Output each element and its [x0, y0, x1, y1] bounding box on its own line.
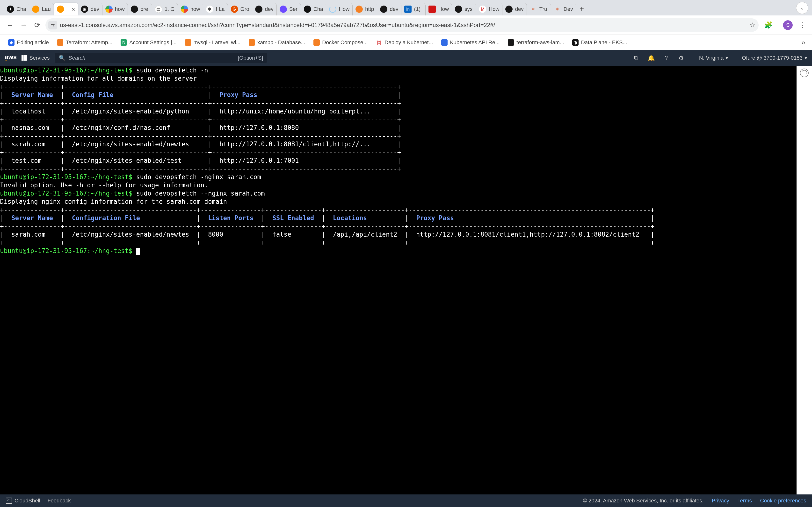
browser-tab[interactable]: How [425, 3, 452, 15]
region-selector[interactable]: N. Virginia ▾ [699, 55, 728, 61]
profile-avatar[interactable]: S [783, 20, 793, 30]
browser-tab[interactable]: Lau [29, 3, 54, 15]
terminal-line: Invalid option. Use -h or --help for usa… [0, 181, 208, 189]
terminal-command: sudo devopsfetch -nginx sarah.com [136, 173, 261, 181]
bookmark-item[interactable]: ◑ Data Plane - EKS... [569, 38, 630, 47]
browser-tab[interactable]: Cha [301, 3, 326, 15]
site-info-icon[interactable]: ⇆ [48, 21, 57, 30]
github-icon [131, 6, 138, 13]
bookmark-item[interactable]: |x| Deploy a Kubernet... [372, 38, 437, 47]
circle-icon: G [231, 6, 238, 13]
table-header: Proxy Pass [219, 91, 257, 99]
browser-tab[interactable]: dev [377, 3, 401, 15]
terminal-scrollbar[interactable] [797, 66, 812, 495]
terminal-output: ubuntu@ip-172-31-95-167:~/hng-test$ sudo… [0, 66, 796, 495]
browser-tab[interactable]: ◉ dev [78, 3, 102, 15]
tab-label: how [115, 6, 125, 12]
tab-label: How [339, 6, 349, 12]
new-tab-button[interactable]: ＋ [576, 2, 587, 15]
terminal-prompt: ubuntu@ip-172-31-95-167:~/hng-test$ [0, 67, 133, 74]
terminal-line: Displaying nginx config information for … [0, 198, 227, 205]
bookmark-icon [441, 39, 448, 46]
bookmark-icon: ◑ [572, 39, 578, 46]
address-bar[interactable]: ⇆ us-east-1.console.aws.amazon.com/ec2-i… [45, 18, 759, 32]
bookmark-item[interactable]: ◆ Editing article [5, 38, 52, 47]
browser-tab-active[interactable]: × [54, 3, 78, 15]
search-placeholder: Search [69, 55, 86, 61]
aws-search-input[interactable]: 🔍 Search [Option+S] [55, 53, 267, 63]
tab-label: (1) [414, 6, 420, 12]
table-row: | sarah.com | /etc/nginx/sites-enabled/n… [0, 231, 654, 238]
bookmark-item[interactable]: Terraform: Attemp... [54, 38, 116, 47]
close-icon[interactable]: × [71, 6, 75, 13]
cookie-preferences-link[interactable]: Cookie preferences [760, 498, 806, 504]
browser-tab[interactable]: ✶ Dev [551, 3, 576, 15]
history-icon[interactable] [800, 68, 809, 77]
browser-tab[interactable]: M How [476, 3, 502, 15]
google-icon [105, 6, 113, 13]
browser-tab[interactable]: http [353, 3, 377, 15]
github-icon [505, 6, 513, 13]
bookmark-item[interactable]: Docker Compose... [310, 38, 371, 47]
browser-tab[interactable]: ✶ Tru [527, 3, 551, 15]
browser-tab[interactable]: Ser [277, 3, 301, 15]
table-border: +---------------+-----------------------… [0, 83, 401, 90]
reload-button[interactable]: ⟳ [32, 20, 43, 31]
feedback-link[interactable]: Feedback [47, 498, 71, 504]
terminal-prompt: ubuntu@ip-172-31-95-167:~/hng-test$ [0, 173, 133, 181]
tab-label: sys [464, 6, 472, 12]
cloudshell-button[interactable]: CloudShell [6, 498, 40, 504]
table-border: +---------------+-----------------------… [0, 239, 654, 246]
bookmark-icon [249, 39, 255, 46]
browser-tab[interactable]: dev [252, 3, 276, 15]
bookmark-item[interactable]: N Account Settings |... [117, 38, 180, 47]
bookmark-item[interactable]: mysql - Laravel wi... [182, 38, 244, 47]
tab-label: Ser [289, 6, 298, 12]
help-icon[interactable]: ？ [662, 54, 670, 62]
bookmark-label: Kubernetes API Re... [450, 39, 500, 46]
bookmark-item[interactable]: terraform-aws-iam... [504, 38, 567, 47]
browser-tab[interactable]: how [102, 3, 128, 15]
terms-link[interactable]: Terms [737, 498, 752, 504]
notifications-icon[interactable]: 🔔 [647, 54, 655, 62]
browser-tab[interactable]: ✱ ! La [203, 3, 228, 15]
browser-toolbar: ← → ⟳ ⇆ us-east-1.console.aws.amazon.com… [0, 15, 812, 35]
account-selector[interactable]: Ofure @ 3700-1779-0153 ▾ [742, 55, 807, 61]
cloudshell-icon [6, 498, 12, 504]
back-button[interactable]: ← [5, 20, 15, 31]
browser-tab[interactable]: ✦ Cha [4, 3, 29, 15]
tab-list-dropdown[interactable]: ⌄ [796, 2, 808, 14]
chevron-down-icon: ▾ [805, 55, 807, 61]
bookmark-item[interactable]: Kubernetes API Re... [438, 38, 503, 47]
browser-tab[interactable]: dev [502, 3, 526, 15]
bookmark-item[interactable]: xampp - Database... [245, 38, 309, 47]
bookmark-label: Account Settings |... [129, 39, 176, 46]
table-header: Locations [333, 214, 367, 222]
services-menu[interactable]: Services [21, 55, 50, 61]
browser-tab[interactable]: how [178, 3, 203, 15]
browser-tab[interactable]: G Gro [228, 3, 253, 15]
browser-tab[interactable]: in (1) [401, 3, 425, 15]
forward-button[interactable]: → [18, 20, 29, 31]
browser-tab[interactable]: pre [128, 3, 152, 15]
site-icon: M [479, 6, 486, 13]
aws-logo[interactable]: aws⌣ [5, 54, 17, 62]
github-icon [455, 6, 462, 13]
slack-icon: ✱ [206, 6, 213, 13]
browser-menu-icon[interactable]: ⋮ [798, 20, 807, 30]
copyright-text: © 2024, Amazon Web Services, Inc. or its… [583, 498, 704, 504]
tab-label: dev [265, 6, 273, 12]
bookmark-star-icon[interactable]: ☆ [750, 21, 756, 29]
extensions-icon[interactable]: 🧩 [763, 20, 773, 30]
bookmark-label: Editing article [17, 39, 49, 46]
settings-gear-icon[interactable]: ⚙ [677, 54, 686, 62]
browser-tab[interactable]: How [326, 3, 353, 15]
privacy-link[interactable]: Privacy [712, 498, 729, 504]
table-row: | localhost | /etc/nginx/sites-enabled/p… [0, 108, 401, 115]
browser-tab[interactable]: sys [452, 3, 476, 15]
browser-tab[interactable]: ▤ 1. G [152, 3, 178, 15]
cloudshell-icon[interactable]: ⧉ [632, 54, 641, 62]
terminal-pane[interactable]: ubuntu@ip-172-31-95-167:~/hng-test$ sudo… [0, 66, 812, 495]
bookmarks-overflow-icon[interactable]: » [800, 39, 807, 46]
site-icon [428, 6, 436, 13]
